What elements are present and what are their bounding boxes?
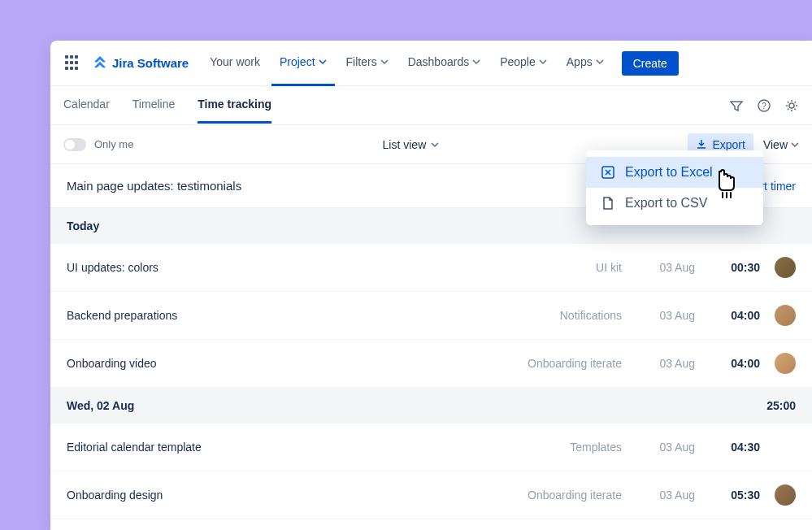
time-entry-row[interactable]: Backend preparationsNotifications03 Aug0…: [50, 519, 812, 530]
entry-category: UI kit: [500, 261, 622, 274]
export-excel-item[interactable]: Export to Excel: [586, 157, 763, 188]
nav-dashboards[interactable]: Dashboards: [400, 41, 489, 86]
download-icon: [696, 139, 707, 150]
avatar[interactable]: [775, 257, 796, 278]
entry-duration: 04:00: [695, 309, 760, 322]
avatar: [775, 437, 796, 458]
entry-category: Notifications: [500, 309, 622, 322]
time-entry-row[interactable]: Onboarding designOnboarding iterate03 Au…: [50, 471, 812, 519]
export-csv-item[interactable]: Export to CSV: [586, 188, 763, 219]
nav-people[interactable]: People: [492, 41, 555, 86]
entry-title: Backend preparations: [67, 309, 500, 322]
file-icon: [601, 196, 615, 211]
entry-category: Onboarding iterate: [500, 357, 622, 370]
create-button[interactable]: Create: [622, 51, 679, 76]
current-task-title: Main page updates: testimonials: [67, 179, 241, 193]
tab-time-tracking[interactable]: Time tracking: [198, 87, 271, 124]
entry-date: 03 Aug: [622, 261, 695, 274]
view-mode-select[interactable]: List view: [383, 138, 440, 151]
entry-date: 03 Aug: [622, 309, 695, 322]
section-label: Today: [67, 219, 99, 232]
gear-icon[interactable]: [784, 98, 799, 113]
entry-title: Onboarding design: [67, 489, 500, 502]
time-entry-row[interactable]: UI updates: colorsUI kit03 Aug00:30: [50, 244, 812, 292]
svg-text:?: ?: [762, 102, 766, 111]
app-switcher-icon[interactable]: [63, 54, 83, 73]
svg-point-2: [789, 103, 794, 108]
section-label: Wed, 02 Aug: [67, 399, 134, 412]
only-me-toggle[interactable]: [63, 138, 86, 151]
brand-name: Jira Software: [112, 56, 189, 70]
avatar[interactable]: [775, 484, 796, 506]
excel-icon: [601, 165, 615, 180]
entry-date: 03 Aug: [622, 441, 695, 454]
tab-calendar[interactable]: Calendar: [63, 87, 110, 124]
export-dropdown: Export to Excel Export to CSV: [586, 150, 763, 225]
avatar[interactable]: [775, 353, 796, 374]
top-nav: Jira Software Your work Project Filters …: [50, 41, 812, 86]
chevron-down-icon: [791, 141, 799, 149]
nav-project[interactable]: Project: [271, 41, 335, 86]
entry-category: Templates: [500, 441, 622, 454]
entry-duration: 04:30: [695, 441, 760, 454]
app-window: Jira Software Your work Project Filters …: [50, 41, 812, 530]
entry-duration: 04:00: [695, 357, 760, 370]
help-icon[interactable]: ?: [757, 98, 771, 113]
section-header: Wed, 02 Aug25:00: [50, 388, 812, 424]
chevron-down-icon: [596, 58, 604, 66]
entry-title: Onboarding video: [67, 357, 500, 370]
time-entry-row[interactable]: Backend preparationsNotifications03 Aug0…: [50, 292, 812, 340]
time-entry-row[interactable]: Onboarding videoOnboarding iterate03 Aug…: [50, 340, 812, 388]
nav-filters[interactable]: Filters: [338, 41, 397, 86]
entry-category: Onboarding iterate: [500, 489, 622, 502]
chevron-down-icon: [431, 141, 439, 149]
chevron-down-icon: [319, 58, 327, 66]
view-select[interactable]: View: [763, 138, 799, 151]
entry-title: Editorial calendar template: [67, 441, 500, 454]
entry-date: 03 Aug: [622, 357, 695, 370]
section-total: 25:00: [766, 399, 796, 412]
entry-title: UI updates: colors: [67, 261, 500, 274]
chevron-down-icon: [539, 58, 547, 66]
jira-icon: [93, 56, 107, 71]
nav-your-work[interactable]: Your work: [202, 41, 268, 86]
entry-date: 03 Aug: [622, 489, 695, 502]
tab-timeline[interactable]: Timeline: [132, 87, 175, 124]
jira-logo[interactable]: Jira Software: [93, 56, 189, 71]
filter-icon[interactable]: [729, 98, 744, 113]
chevron-down-icon: [380, 58, 389, 66]
time-entry-row[interactable]: Editorial calendar templateTemplates03 A…: [50, 424, 812, 471]
only-me-label: Only me: [94, 138, 133, 150]
time-sections: TodayUI updates: colorsUI kit03 Aug00:30…: [50, 208, 812, 530]
view-tabs: Calendar Timeline Time tracking ?: [50, 86, 812, 125]
nav-apps[interactable]: Apps: [558, 41, 612, 86]
avatar[interactable]: [775, 305, 796, 326]
entry-duration: 00:30: [695, 261, 760, 274]
chevron-down-icon: [472, 58, 480, 66]
entry-duration: 05:30: [695, 489, 760, 502]
